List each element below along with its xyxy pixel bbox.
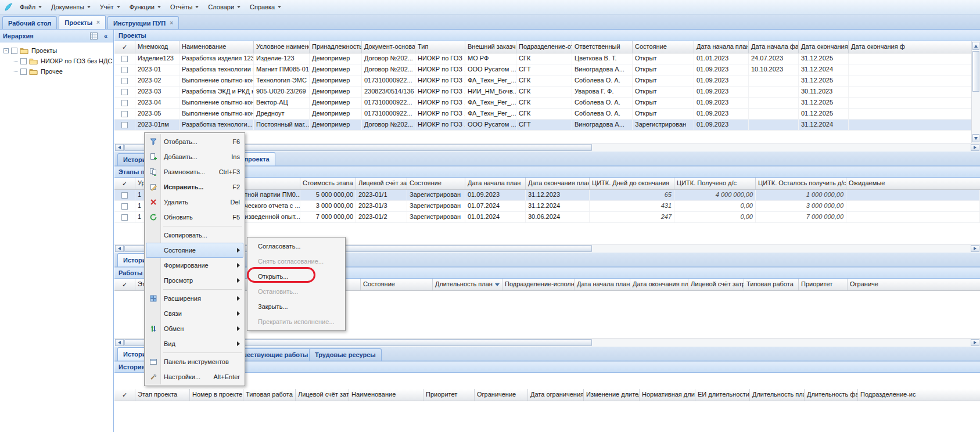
projects-column-header[interactable]: Дата начала факт. [749,41,799,53]
close-tab-icon[interactable]: × [96,20,100,26]
works-column-header[interactable]: Дата начала план. [575,279,630,290]
projects-column-header[interactable]: Подразделение-от [516,41,572,53]
submenu-item-approve[interactable]: Согласовать... [249,239,344,254]
projects-column-header[interactable]: Мнемокод [135,41,180,53]
history-column-header[interactable]: Подразделение-ис [858,389,980,401]
context-menu-item-delete[interactable]: УдалитьDel [146,195,243,210]
menubar-item-help[interactable]: Справка [245,1,286,13]
tree-node-1[interactable]: НИОКР по ГОЗ без НДС [0,56,113,66]
stages-column-header[interactable]: Дата начала план [465,178,526,189]
works-column-header[interactable]: Ограниче [848,279,980,290]
projects-column-header[interactable]: Состояние [633,41,694,53]
context-menu-item-state[interactable]: Состояние [146,243,243,258]
projects-column-header[interactable]: Внешний заказчик [465,41,516,53]
projects-column-header[interactable]: Наименование [180,41,254,53]
node-checkbox[interactable] [20,69,27,75]
projects-row[interactable]: 2023-02Выполнение опытно-конс...Технолог… [114,75,980,87]
row-checkbox[interactable] [121,89,128,95]
row-checkbox[interactable] [121,56,128,62]
submenu-item-open[interactable]: Открыть... [249,269,344,284]
stages-column-header[interactable]: Лицевой счёт затрат [356,178,407,189]
node-checkbox[interactable] [11,48,17,54]
history-column-header[interactable]: Изменение длител [584,389,640,401]
context-menu-item-settings[interactable]: Настройки...Alt+Enter [146,369,243,384]
submenu-item-remove-approval[interactable]: Снять согласование... [249,254,344,269]
stages-column-header[interactable]: Состояние [407,178,465,189]
scroll-down-button[interactable] [972,134,979,142]
projects-column-header[interactable]: Ответственный [572,41,633,53]
history-column-header[interactable]: Наименование [349,389,423,401]
context-menu-item-toolbar-panel[interactable]: Панель инструментов [146,354,243,369]
projects-column-header[interactable]: Документ-основан [362,41,415,53]
works-column-header[interactable]: Типовая работа [744,279,799,290]
works-column-header[interactable]: Подразделение-исполнитель [502,279,575,290]
context-menu-item-view[interactable]: Вид [146,336,243,351]
select-all-column-header[interactable]: ✓ [114,41,135,53]
works-column-header[interactable]: Дата окончания план [630,279,688,290]
tab-pup-instructions[interactable]: Инструкции ПУП× [107,16,179,29]
context-menu-item-links[interactable]: Связи [146,306,243,321]
scrollbar-thumb[interactable] [972,51,979,92]
stages-column-header[interactable]: Ожидаемые [846,178,980,189]
projects-row[interactable]: 2023-01Разработка технологии и...Магнит … [114,64,980,75]
row-checkbox[interactable] [121,122,128,128]
history-column-header[interactable]: Нормативная длит [640,389,695,401]
submenu-item-terminate[interactable]: Прекратить исполнение... [249,314,344,329]
works-column-header[interactable]: Состояние [361,279,433,290]
stages-column-header[interactable]: ЦИТК. Осталось получить д/с [756,178,846,189]
stages-column-header[interactable]: Дата окончания план [526,178,590,189]
scroll-right-button[interactable] [971,144,979,151]
tab-projects[interactable]: Проекты× [59,15,106,29]
projects-row[interactable]: 2023-01пмРазработка технологи...Постоянн… [114,120,980,131]
projects-vscrollbar[interactable] [971,41,980,143]
scroll-left-button[interactable] [115,245,124,252]
select-all-column-header[interactable]: ✓ [114,178,135,189]
history-column-header[interactable]: Типовая работа [243,389,296,401]
row-checkbox[interactable] [121,203,128,210]
tab-desktop[interactable]: Рабочий стол [2,16,57,29]
history-column-header[interactable]: ЕИ длительности [695,389,750,401]
context-menu-item-add[interactable]: Добавить...Ins [146,149,243,164]
projects-row[interactable]: 2023-03Разработка ЭКД и РКД н...905-U020… [114,87,980,98]
tree-node-0[interactable]: -Проекты [0,45,113,56]
context-menu-item-extensions[interactable]: Расширения [146,291,243,306]
works-column-header[interactable]: Приоритет [799,279,848,290]
works-column-header[interactable]: Длительность план [433,279,502,290]
tab-labor-resources[interactable]: Трудовые ресурсы [309,348,382,361]
projects-column-header[interactable]: Принадлежность [310,41,362,53]
row-checkbox[interactable] [121,100,128,106]
projects-column-header[interactable]: Дата начала план. [694,41,749,53]
row-checkbox[interactable] [121,214,128,221]
collapse-panel-button[interactable]: « [101,31,110,40]
tree-node-2[interactable]: Прочее [0,66,113,77]
projects-column-header[interactable]: Условное наименова [254,41,310,53]
node-checkbox[interactable] [20,58,27,64]
projects-column-header[interactable]: Дата окончания ф [849,41,980,53]
context-menu-item-formation[interactable]: Формирование [146,258,243,273]
projects-row[interactable]: 2023-04Выполнение опытно-конс...Вектор-А… [114,98,980,109]
scroll-right-button[interactable] [971,245,979,252]
history-column-header[interactable]: Длительность пла [750,389,805,401]
menubar-item-dictionaries[interactable]: Словари [203,1,245,13]
close-tab-icon[interactable]: × [170,20,173,26]
history-column-header[interactable]: Ограничение [475,389,528,401]
menubar-item-file[interactable]: Файл [15,1,46,13]
stages-column-header[interactable]: ЦИТК. Дней до окончания [590,178,674,189]
context-menu-item-refresh[interactable]: ОбновитьF5 [146,210,243,225]
scroll-left-button[interactable] [115,339,124,346]
context-menu-item-exchange[interactable]: Обмен [146,321,243,336]
history-column-header[interactable]: Лицевой счёт затр [296,389,349,401]
menubar-item-accounting[interactable]: Учёт [95,1,125,13]
projects-row[interactable]: 2023-05Выполнение опытно-конс...Дредноут… [114,109,980,120]
hierarchy-grid-icon[interactable] [89,31,98,40]
row-checkbox[interactable] [121,67,128,73]
scroll-up-button[interactable] [972,42,979,50]
submenu-item-close[interactable]: Закрыть... [249,299,344,314]
context-menu-item-duplicate[interactable]: Размножить...Ctrl+F3 [146,164,243,179]
submenu-item-stop[interactable]: Остановить... [249,284,344,299]
history-column-header[interactable]: Номер в проекте [190,389,243,401]
row-checkbox[interactable] [121,192,128,199]
menubar-item-documents[interactable]: Документы [46,1,95,13]
scroll-right-button[interactable] [971,339,979,346]
menubar-item-functions[interactable]: Функции [125,1,166,13]
